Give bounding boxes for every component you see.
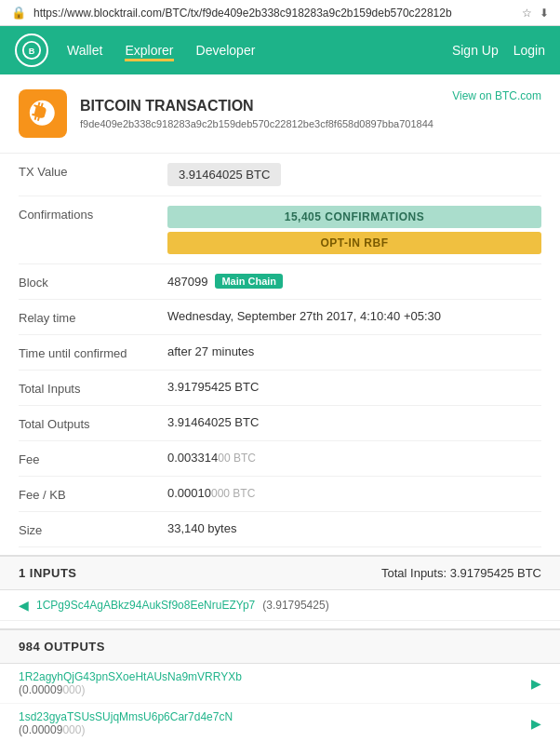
label-block: Block [19, 274, 167, 290]
label-feekb: Fee / KB [19, 486, 167, 502]
outputs-title: 984 OUTPUTS [19, 640, 105, 654]
value-totaloutputs: 3.91464025 BTC [167, 415, 541, 429]
chevron-left-icon: ◀ [19, 598, 29, 613]
chevron-right-icon-0: ▶ [531, 676, 541, 691]
detail-row-fee: Fee 0.00331400 BTC [19, 441, 541, 477]
address-bar: 🔒 https://www.blocktrail.com/BTC/tx/f9de… [0, 0, 560, 26]
tx-header: BITCOIN TRANSACTION f9de409e2b338c918283… [0, 74, 560, 154]
output-amount-0: (0.00009000) [19, 683, 238, 696]
details-table: TX Value 3.91464025 BTC Confirmations 15… [0, 154, 560, 547]
nav-bar: B Wallet Explorer Developer Sign Up Logi… [0, 26, 560, 74]
nav-right: Sign Up Login [452, 43, 545, 58]
main-chain-badge: Main Chain [215, 274, 283, 289]
bitcoin-logo [19, 89, 67, 138]
value-relaytime: Wednesday, September 27th 2017, 4:10:40 … [167, 309, 541, 323]
value-feekb: 0.00010000 BTC [167, 486, 541, 500]
fee-main: 0.003314 [167, 451, 218, 465]
input-address-0[interactable]: 1CPg9Sc4AgABkz94AukSf9o8EeNruEZYp7 [36, 599, 255, 612]
chevron-right-icon-1: ▶ [531, 716, 541, 731]
value-block: 487099 Main Chain [167, 274, 541, 289]
confirmations-badge: 15,405 CONFIRMATIONS [167, 206, 541, 228]
tx-title-block: BITCOIN TRANSACTION f9de409e2b338c918283… [80, 98, 433, 129]
inputs-title: 1 INPUTS [19, 566, 77, 580]
inputs-total: Total Inputs: 3.91795425 BTC [381, 566, 541, 580]
outputs-list: 1R2agyhQjG43pnSXoeHtAUsNa9mVRRYXb (0.000… [0, 664, 560, 742]
input-item-0: ◀ 1CPg9Sc4AgABkz94AukSf9o8EeNruEZYp7 (3.… [0, 590, 560, 621]
output-item-0: 1R2agyhQjG43pnSXoeHtAUsNa9mVRRYXb (0.000… [0, 664, 560, 704]
nav-signup[interactable]: Sign Up [452, 43, 499, 58]
detail-row-totaloutputs: Total Outputs 3.91464025 BTC [19, 406, 541, 441]
page-content: BITCOIN TRANSACTION f9de409e2b338c918283… [0, 74, 560, 742]
detail-row-totalinputs: Total Inputs 3.91795425 BTC [19, 371, 541, 406]
label-txvalue: TX Value [19, 163, 167, 179]
label-relaytime: Relay time [19, 309, 167, 325]
label-timeconfirmed: Time until confirmed [19, 344, 167, 360]
label-totaloutputs: Total Outputs [19, 415, 167, 431]
view-on-btc-link[interactable]: View on BTC.com [452, 89, 541, 102]
detail-row-feekb: Fee / KB 0.00010000 BTC [19, 477, 541, 512]
tx-value-box: 3.91464025 BTC [167, 163, 281, 186]
address-actions: ☆ ⬇ [522, 7, 549, 20]
tx-header-left: BITCOIN TRANSACTION f9de409e2b338c918283… [19, 89, 433, 138]
label-confirmations: Confirmations [19, 206, 167, 222]
tx-title: BITCOIN TRANSACTION [80, 98, 433, 115]
detail-row-timeconfirmed: Time until confirmed after 27 minutes [19, 335, 541, 371]
detail-row-confirmations: Confirmations 15,405 CONFIRMATIONS OPT-I… [19, 196, 541, 264]
value-totalinputs: 3.91795425 BTC [167, 380, 541, 394]
value-txvalue: 3.91464025 BTC [167, 163, 541, 186]
output-address-1[interactable]: 1sd23gyaTSUsSUjqMmsU6p6Car7d4e7cN [19, 710, 233, 723]
label-totalinputs: Total Inputs [19, 380, 167, 396]
optin-rbf-badge: OPT-IN RBF [167, 232, 541, 254]
fee-sub: 00 BTC [218, 452, 256, 465]
output-amount-1: (0.00009000) [19, 723, 229, 736]
nav-developer[interactable]: Developer [196, 39, 256, 61]
tx-hash: f9de409e2b338c918283a9c2b159deb570c22812… [80, 118, 433, 129]
nav-links: Wallet Explorer Developer [67, 39, 452, 61]
value-size: 33,140 bytes [167, 521, 541, 535]
nav-login[interactable]: Login [513, 43, 545, 58]
value-fee: 0.00331400 BTC [167, 451, 541, 465]
bitcoin-icon [27, 98, 59, 129]
svg-text:B: B [29, 47, 35, 56]
detail-row-block: Block 487099 Main Chain [19, 264, 541, 300]
detail-row-txvalue: TX Value 3.91464025 BTC [19, 154, 541, 196]
blocktrail-logo-icon: B [21, 40, 42, 61]
detail-row-size: Size 33,140 bytes [19, 512, 541, 547]
feekb-main: 0.00010 [167, 486, 211, 500]
input-amount-0: (3.91795425) [262, 599, 328, 612]
output-left-0: 1R2agyhQjG43pnSXoeHtAUsNa9mVRRYXb (0.000… [19, 670, 242, 696]
inputs-total-value: 3.91795425 BTC [450, 566, 541, 580]
output-item-1: 1sd23gyaTSUsSUjqMmsU6p6Car7d4e7cN (0.000… [0, 704, 560, 742]
value-confirmations: 15,405 CONFIRMATIONS OPT-IN RBF [167, 206, 541, 254]
nav-explorer[interactable]: Explorer [125, 39, 173, 61]
label-fee: Fee [19, 451, 167, 466]
download-icon[interactable]: ⬇ [540, 7, 549, 20]
block-number: 487099 [167, 275, 207, 289]
star-icon[interactable]: ☆ [522, 7, 532, 20]
inputs-total-label: Total Inputs: [381, 566, 447, 580]
nav-logo: B [15, 34, 48, 67]
detail-row-relaytime: Relay time Wednesday, September 27th 201… [19, 300, 541, 335]
output-address-0[interactable]: 1R2agyhQjG43pnSXoeHtAUsNa9mVRRYXb [19, 670, 242, 683]
inputs-section-header: 1 INPUTS Total Inputs: 3.91795425 BTC [0, 555, 560, 590]
url-text: https://www.blocktrail.com/BTC/tx/f9de40… [33, 7, 514, 20]
feekb-sub: 000 BTC [211, 487, 255, 500]
nav-wallet[interactable]: Wallet [67, 39, 102, 61]
lock-icon: 🔒 [11, 6, 26, 20]
value-timeconfirmed: after 27 minutes [167, 344, 541, 358]
label-size: Size [19, 521, 167, 537]
output-left-1: 1sd23gyaTSUsSUjqMmsU6p6Car7d4e7cN (0.000… [19, 710, 233, 736]
outputs-section-header: 984 OUTPUTS [0, 628, 560, 664]
